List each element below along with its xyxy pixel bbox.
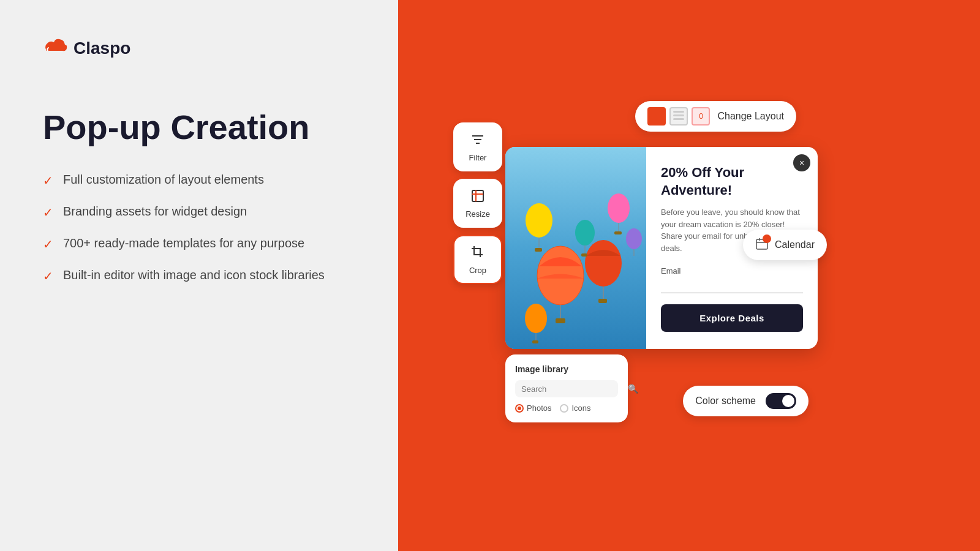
- feature-item-1: ✓ Full customization of layout elements: [43, 171, 355, 189]
- filter-label: Filter: [469, 153, 487, 162]
- calendar-label: Calendar: [775, 239, 815, 250]
- svg-point-9: [585, 240, 622, 287]
- change-layout-label: Change Layout: [717, 111, 784, 122]
- feature-list: ✓ Full customization of layout elements …: [43, 171, 355, 285]
- feature-item-2: ✓ Branding assets for widget design: [43, 203, 355, 221]
- crop-icon: [470, 245, 485, 263]
- svg-rect-14: [535, 248, 542, 252]
- crop-label: Crop: [469, 266, 486, 275]
- calendar-notification-dot: [763, 234, 771, 243]
- svg-rect-11: [598, 299, 607, 303]
- popup-email-label: Email: [661, 266, 803, 276]
- left-panel: Claspo Pop-up Creation ✓ Full customizat…: [0, 0, 398, 551]
- resize-label: Resize: [466, 209, 490, 219]
- svg-point-12: [526, 203, 552, 238]
- image-library-title: Image library: [515, 364, 618, 374]
- filter-button[interactable]: Filter: [453, 122, 502, 171]
- radio-photos[interactable]: Photos: [515, 403, 551, 413]
- popup-email-input[interactable]: [661, 278, 803, 293]
- crop-button[interactable]: Crop: [453, 235, 502, 284]
- radio-dot-icons: [560, 404, 568, 413]
- color-toggle-dot: [782, 395, 794, 407]
- svg-point-21: [525, 304, 547, 333]
- svg-rect-3: [472, 190, 483, 201]
- layout-thumb-1[interactable]: [647, 107, 666, 126]
- svg-point-24: [626, 228, 642, 249]
- image-search-input[interactable]: [521, 384, 624, 394]
- radio-icons[interactable]: Icons: [560, 403, 590, 413]
- check-icon-1: ✓: [43, 172, 53, 189]
- svg-point-15: [608, 193, 630, 223]
- popup-headline: 20% Off Your Adventure!: [661, 164, 803, 199]
- svg-rect-8: [556, 318, 565, 323]
- logo-icon: [43, 37, 67, 59]
- color-scheme-toggle[interactable]: [766, 393, 796, 409]
- logo-text: Claspo: [74, 39, 130, 58]
- svg-point-18: [575, 220, 595, 246]
- check-icon-3: ✓: [43, 236, 53, 253]
- change-layout-pill[interactable]: 0 Change Layout: [635, 101, 796, 132]
- right-panel: 0 Change Layout Filter Resiz: [398, 0, 980, 551]
- radio-group: Photos Icons: [515, 403, 618, 413]
- calendar-pill[interactable]: Calendar: [743, 230, 827, 260]
- feature-item-3: ✓ 700+ ready-made templates for any purp…: [43, 234, 355, 253]
- popup-close-button[interactable]: ×: [793, 154, 810, 171]
- layout-thumb-2[interactable]: [669, 107, 688, 126]
- toolbar: Filter Resize Crop: [453, 122, 502, 284]
- check-icon-2: ✓: [43, 204, 53, 221]
- image-library-card: Image library 🔍 Photos Icons: [505, 354, 628, 422]
- filter-icon: [470, 132, 485, 151]
- feature-item-4: ✓ Built-in editor with image and icon st…: [43, 266, 355, 285]
- search-icon: 🔍: [628, 384, 638, 394]
- color-scheme-pill[interactable]: Color scheme: [683, 386, 809, 416]
- popup-image: [505, 147, 646, 349]
- search-box[interactable]: 🔍: [515, 380, 618, 397]
- resize-button[interactable]: Resize: [453, 179, 502, 228]
- svg-rect-20: [581, 253, 587, 257]
- layout-thumbnails: 0: [647, 107, 710, 126]
- resize-icon: [470, 189, 485, 207]
- color-scheme-label: Color scheme: [695, 395, 756, 407]
- popup-cta-button[interactable]: Explore Deals: [661, 304, 803, 332]
- logo: Claspo: [43, 37, 355, 59]
- page-title: Pop-up Creation: [43, 108, 355, 146]
- check-icon-4: ✓: [43, 268, 53, 285]
- radio-dot-photos: [515, 404, 524, 413]
- layout-thumb-3[interactable]: 0: [692, 107, 710, 126]
- svg-rect-23: [532, 340, 538, 343]
- svg-rect-17: [614, 231, 622, 234]
- calendar-icon-wrap: [755, 237, 769, 253]
